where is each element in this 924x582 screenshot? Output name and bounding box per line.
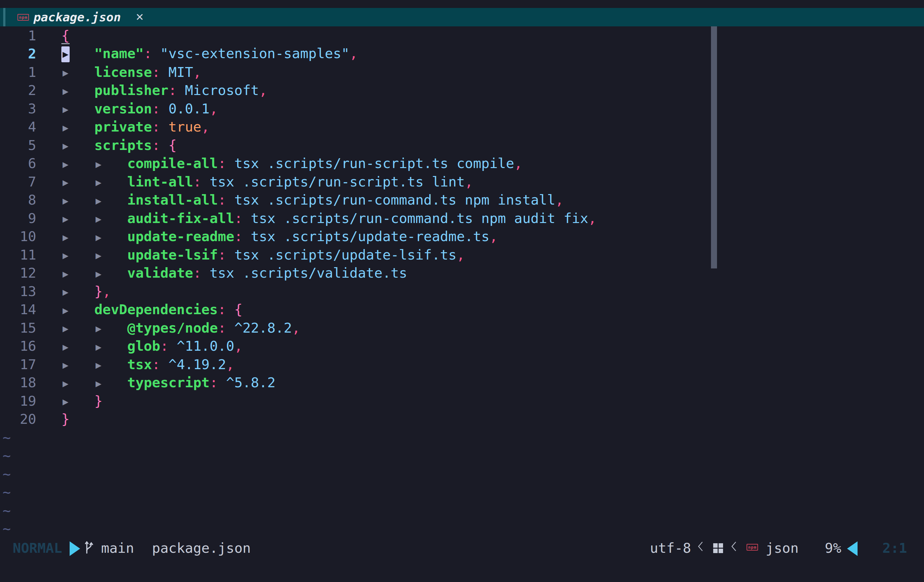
fold-marker-icon[interactable]: ▶ <box>61 324 69 333</box>
code-line[interactable]: 8▶ ▶ install-all: tsx .scripts/run-comma… <box>0 191 924 209</box>
fold-marker-icon[interactable]: ▶ <box>61 142 69 151</box>
code-text: ▶ ▶ update-lsif: tsx .scripts/update-lsi… <box>61 247 465 263</box>
code-line[interactable]: 6▶ ▶ compile-all: tsx .scripts/run-scrip… <box>0 155 924 173</box>
line-number: 8 <box>0 192 36 208</box>
code-line[interactable]: 19▶ } <box>0 392 924 410</box>
tab-package-json[interactable]: npm package.json ✕ <box>5 8 144 26</box>
syntax-token: , <box>514 155 522 171</box>
fold-marker-icon[interactable]: ▶ <box>94 343 103 352</box>
line-number: 19 <box>0 393 36 409</box>
code-line[interactable]: 20} <box>0 410 924 429</box>
code-line[interactable]: 3▶ version: 0.0.1, <box>0 99 924 118</box>
code-line[interactable]: 7▶ ▶ lint-all: tsx .scripts/run-script.t… <box>0 173 924 191</box>
code-text: ▶ ▶ typescript: ^5.8.2 <box>61 375 276 390</box>
buffer-rows[interactable]: 1{2▶ "name": "vsc-extension-samples",1▶ … <box>0 26 924 538</box>
tilde-marker: ~ <box>0 503 36 518</box>
code-text: ▶ scripts: { <box>61 137 177 153</box>
fold-marker-icon[interactable]: ▶ <box>94 324 103 333</box>
fold-marker-icon[interactable]: ▶ <box>61 215 69 224</box>
tilde-marker: ~ <box>0 429 36 446</box>
syntax-token: 0.0.1 <box>168 101 210 117</box>
code-line[interactable]: 1{ <box>0 26 924 45</box>
close-icon[interactable]: ✕ <box>135 11 144 23</box>
syntax-token: license <box>94 64 152 80</box>
syntax-token: , <box>103 283 111 299</box>
fold-marker-icon[interactable]: ▶ <box>61 178 69 187</box>
code-line[interactable]: 2▶ publisher: Microsoft, <box>0 81 924 100</box>
code-text: { <box>61 28 69 44</box>
fold-marker-icon[interactable]: ▶ <box>61 288 69 297</box>
fold-marker-icon[interactable]: ▶ <box>61 398 69 406</box>
syntax-token: glob <box>127 338 160 354</box>
fold-marker-icon[interactable]: ▶ <box>94 197 103 206</box>
syntax-token: : <box>218 320 234 336</box>
syntax-token: tsx .scripts/run-script.ts compile <box>234 155 514 171</box>
fold-marker-icon[interactable]: ▶ <box>61 306 69 315</box>
fold-marker-icon[interactable]: ▶ <box>61 87 69 96</box>
syntax-token: "vsc-extension-samples" <box>160 45 350 61</box>
line-number: 20 <box>0 411 36 427</box>
code-line[interactable]: 1▶ license: MIT, <box>0 63 924 81</box>
code-line[interactable]: 9▶ ▶ audit-fix-all: tsx .scripts/run-com… <box>0 209 924 227</box>
fold-marker-icon[interactable]: ▶ <box>61 251 69 260</box>
code-line[interactable]: 12▶ ▶ validate: tsx .scripts/validate.ts <box>0 264 924 283</box>
fold-marker-icon[interactable]: ▶ <box>94 379 103 388</box>
syntax-token: MIT <box>168 64 193 80</box>
code-line[interactable]: 13▶ }, <box>0 282 924 301</box>
fold-marker-icon[interactable]: ▶ <box>61 105 69 114</box>
code-text: ▶ } <box>61 393 103 409</box>
syntax-token: , <box>588 210 597 226</box>
line-number: 17 <box>0 357 36 372</box>
windows-icon <box>713 543 723 553</box>
cursor-on-fold-marker-icon[interactable]: ▶ <box>61 46 69 62</box>
code-text: ▶ ▶ compile-all: tsx .scripts/run-script… <box>61 155 522 171</box>
fold-marker-icon[interactable]: ▶ <box>61 160 69 169</box>
syntax-token: } <box>94 283 103 299</box>
fold-marker-icon[interactable]: ▶ <box>61 197 69 206</box>
code-line[interactable]: 5▶ scripts: { <box>0 136 924 155</box>
fold-marker-icon[interactable]: ▶ <box>94 178 103 187</box>
cursor-position: 2:1 <box>882 540 907 556</box>
code-text: ▶ ▶ install-all: tsx .scripts/run-comman… <box>61 192 563 208</box>
git-branch-icon <box>82 540 95 555</box>
fold-marker-icon[interactable]: ▶ <box>61 270 69 279</box>
fold-marker-icon[interactable]: ▶ <box>94 233 103 242</box>
fold-marker-icon[interactable]: ▶ <box>94 251 103 260</box>
fold-marker-icon[interactable]: ▶ <box>61 361 69 370</box>
code-line[interactable]: 10▶ ▶ update-readme: tsx .scripts/update… <box>0 227 924 246</box>
fold-marker-icon[interactable]: ▶ <box>94 361 103 370</box>
line-number: 1 <box>0 28 36 44</box>
syntax-token: : <box>144 45 160 61</box>
code-text: ▶ ▶ update-readme: tsx .scripts/update-r… <box>61 229 498 244</box>
fold-marker-icon[interactable]: ▶ <box>94 215 103 224</box>
code-text: ▶ "name": "vsc-extension-samples", <box>61 45 358 62</box>
syntax-token: ^11.0.0 <box>177 338 234 354</box>
code-line[interactable]: 18▶ ▶ typescript: ^5.8.2 <box>0 373 924 392</box>
fold-marker-icon[interactable]: ▶ <box>61 123 69 133</box>
fold-marker-icon[interactable]: ▶ <box>94 270 103 279</box>
code-text: ▶ ▶ tsx: ^4.19.2, <box>61 357 234 372</box>
fold-marker-icon[interactable]: ▶ <box>61 69 69 77</box>
syntax-token: , <box>259 82 267 98</box>
code-text: ▶ ▶ audit-fix-all: tsx .scripts/run-comm… <box>61 210 597 226</box>
code-line[interactable]: 16▶ ▶ glob: ^11.0.0, <box>0 337 924 355</box>
syntax-token: : <box>218 192 234 208</box>
fold-marker-icon[interactable]: ▶ <box>61 343 69 352</box>
empty-line: ~ <box>0 520 924 538</box>
fold-marker-icon[interactable]: ▶ <box>61 233 69 242</box>
code-line[interactable]: 14▶ devDependencies: { <box>0 301 924 319</box>
tilde-marker: ~ <box>0 466 36 482</box>
syntax-token: , <box>465 174 473 190</box>
syntax-token: ^5.8.2 <box>226 375 276 390</box>
syntax-token: devDependencies <box>94 301 218 317</box>
code-text: ▶ devDependencies: { <box>61 301 243 317</box>
scrollbar-thumb[interactable] <box>711 26 717 268</box>
fold-marker-icon[interactable]: ▶ <box>94 160 103 169</box>
code-line[interactable]: 2▶ "name": "vsc-extension-samples", <box>0 45 924 63</box>
code-line[interactable]: 4▶ private: true, <box>0 118 924 136</box>
code-line[interactable]: 15▶ ▶ @types/node: ^22.8.2, <box>0 319 924 337</box>
fold-marker-icon[interactable]: ▶ <box>61 379 69 388</box>
code-line[interactable]: 17▶ ▶ tsx: ^4.19.2, <box>0 355 924 373</box>
code-text: ▶ ▶ glob: ^11.0.0, <box>61 338 243 354</box>
code-line[interactable]: 11▶ ▶ update-lsif: tsx .scripts/update-l… <box>0 246 924 264</box>
